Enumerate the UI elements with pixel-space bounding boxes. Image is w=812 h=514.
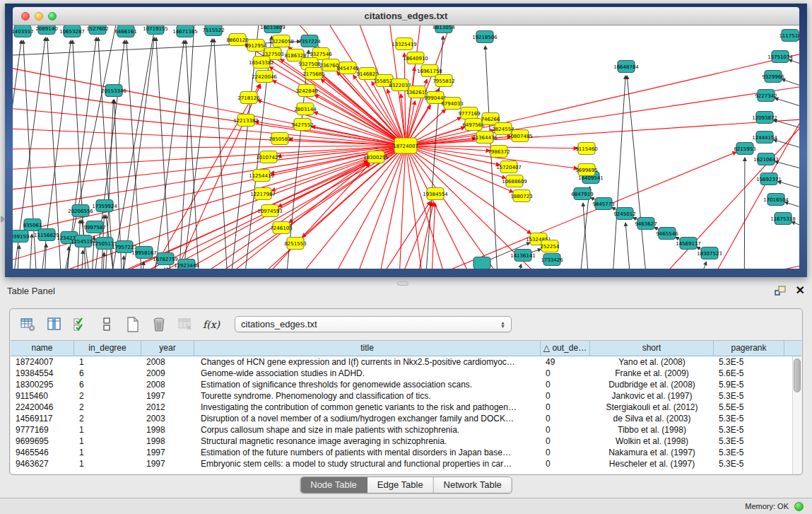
network-graph[interactable]: 1403557208914010653287152760264661611071… [13, 25, 799, 269]
column-header-out_degree[interactable]: △ out_de… [541, 341, 590, 356]
float-panel-icon[interactable] [775, 285, 787, 296]
delete-column-icon[interactable] [151, 316, 167, 333]
table-row[interactable]: 946554611997Estimation of the future num… [11, 447, 801, 458]
graph-node-label: 1527602 [86, 26, 108, 32]
column-header-in_degree[interactable]: in_degree [74, 341, 141, 356]
graph-node-label: 8860128 [226, 37, 248, 43]
close-window-icon[interactable] [21, 12, 30, 21]
table-tabs: Node TableEdge TableNetwork Table [300, 477, 512, 493]
table-cell-title: Investigating the contribution of common… [194, 402, 541, 413]
table-cell-in_degree: 1 [74, 424, 141, 436]
table-cell-short: Jankovic et al. (1997) [590, 390, 714, 402]
table-cell-out_degree: 0 [541, 390, 590, 402]
graph-edge [744, 158, 745, 269]
table-mode-icon[interactable] [98, 316, 115, 333]
network-canvas[interactable]: 1403557208914010653287152760264661611071… [13, 25, 799, 269]
table-row[interactable]: 1938455462009Genome-wide association stu… [11, 368, 801, 379]
graph-node-label: 9329966 [762, 74, 784, 80]
table-cell-pagerank: 5.3E-5 [714, 436, 784, 447]
graph-node-label: 20206556 [68, 209, 93, 214]
graph-edge [775, 161, 799, 177]
table-cell-year: 2008 [141, 356, 194, 368]
table-row[interactable]: 1830029562008Estimation of significance … [11, 379, 801, 390]
function-builder-icon[interactable]: f(x) [203, 316, 220, 333]
table-cell-year: 2003 [141, 413, 194, 424]
table-row[interactable]: 911546021997Tourette syndrome. Phenomeno… [11, 390, 801, 402]
graph-node-label: 8912954 [245, 43, 267, 49]
graph-node-label: 8454749 [336, 66, 358, 71]
column-header-year[interactable]: year [141, 341, 194, 356]
table-cell-in_degree: 2 [74, 402, 141, 413]
column-header-title[interactable]: title [194, 341, 541, 356]
graph-edge [281, 50, 309, 269]
create-column-icon[interactable] [124, 316, 141, 333]
graph-node-label: 18300295 [363, 155, 389, 160]
graph-node[interactable] [473, 257, 490, 269]
table-cell-in_degree: 1 [74, 356, 141, 368]
table-row[interactable]: 946362711997Embryonic stem cells: a mode… [11, 458, 801, 469]
graph-node-label: 2803144 [294, 107, 317, 112]
graph-edge [175, 25, 195, 269]
graph-edge [345, 146, 406, 269]
table-cell-in_degree: 1 [74, 436, 141, 447]
table-panel-title: Table Panel [7, 286, 55, 296]
table-row[interactable]: 1456911722003Disruption of a novel membe… [11, 413, 801, 424]
table-cell-out_degree: 0 [541, 402, 590, 413]
show-column-icon[interactable] [46, 316, 63, 333]
column-header-short[interactable]: short [590, 341, 714, 356]
column-header-pagerank[interactable]: pagerank [714, 341, 784, 356]
scrollbar-thumb[interactable] [794, 358, 801, 392]
graph-node-label: 9115460 [575, 146, 597, 152]
graph-node-label: 7246105 [270, 226, 292, 231]
table-row[interactable]: 977716911998Corpus callosum shape and si… [11, 424, 801, 436]
graph-node-label: 19384554 [423, 192, 448, 197]
zoom-window-icon[interactable] [48, 12, 57, 21]
close-panel-icon[interactable]: ✕ [796, 285, 805, 296]
table-scrollbar[interactable] [792, 356, 801, 474]
graph-node-label: 12093872 [752, 115, 777, 121]
select-columns-icon[interactable] [72, 316, 89, 333]
table-cell-pagerank: 5.5E-5 [714, 402, 784, 413]
tab-node-table[interactable]: Node Table [300, 477, 367, 493]
window-titlebar[interactable]: citations_edges.txt [13, 7, 799, 25]
table-panel: f(x) citations_edges.txt ▲▼ namein_degre… [9, 308, 803, 475]
table-cell-title: Corpus callosum shape and size in male p… [194, 424, 541, 436]
graph-edge [186, 40, 204, 269]
graph-node-label: 8813054 [433, 25, 455, 30]
table-cell-title: Embryonic stem cells: a model to study s… [194, 458, 541, 469]
graph-edge [625, 223, 635, 269]
table-toolbar: f(x) citations_edges.txt ▲▼ [10, 309, 802, 339]
graph-node-label: 6847919 [571, 192, 593, 197]
delete-table-icon[interactable] [177, 316, 194, 333]
column-header-name[interactable]: name [11, 341, 74, 356]
table-cell-title: Tourette syndrome. Phenomenology and cla… [194, 390, 541, 402]
table-cell-in_degree: 1 [74, 447, 141, 458]
table-row[interactable]: 2242004622012Investigating the contribut… [11, 402, 801, 413]
graph-node-label: 9146821 [356, 71, 378, 77]
table-header: namein_degreeyeartitle△ out_de…shortpage… [11, 341, 801, 356]
table-cell-short: Dudbridge et al. (2008) [590, 379, 714, 390]
graph-node-label: 12923448 [174, 263, 199, 269]
graph-node-label: 17016504 [763, 197, 789, 203]
table-cell-name: 18724007 [11, 356, 74, 368]
minimize-window-icon[interactable] [35, 12, 43, 21]
table-cell-short: de Silva et al. (2003) [590, 413, 714, 424]
table-cell-name: 18300295 [11, 379, 74, 390]
graph-node-label: 17359924 [92, 204, 117, 209]
memory-status-icon [794, 502, 804, 511]
table-row[interactable]: 969969511998Structural magnetic resonanc… [11, 436, 801, 447]
graph-node-label: 8990448 [424, 95, 446, 101]
table-selector-dropdown[interactable]: citations_edges.txt ▲▼ [235, 316, 512, 332]
graph-node-label: 10974593 [257, 209, 283, 214]
graph-node-label: 12217987 [250, 192, 276, 197]
graph-node-label: 15720407 [496, 165, 522, 170]
table-row[interactable]: 1872400712008Changes of HCN gene express… [11, 356, 801, 368]
tab-edge-table[interactable]: Edge Table [367, 477, 434, 493]
graph-node-label: 10807485 [507, 134, 533, 139]
graph-node-label: 12444154 [752, 135, 777, 141]
table-cell-short: Wolkin et al. (1998) [590, 436, 714, 447]
table-settings-icon[interactable] [20, 316, 37, 333]
graph-edge [13, 146, 406, 149]
tab-network-table[interactable]: Network Table [434, 477, 512, 493]
graph-node-label: 16648784 [613, 64, 639, 70]
